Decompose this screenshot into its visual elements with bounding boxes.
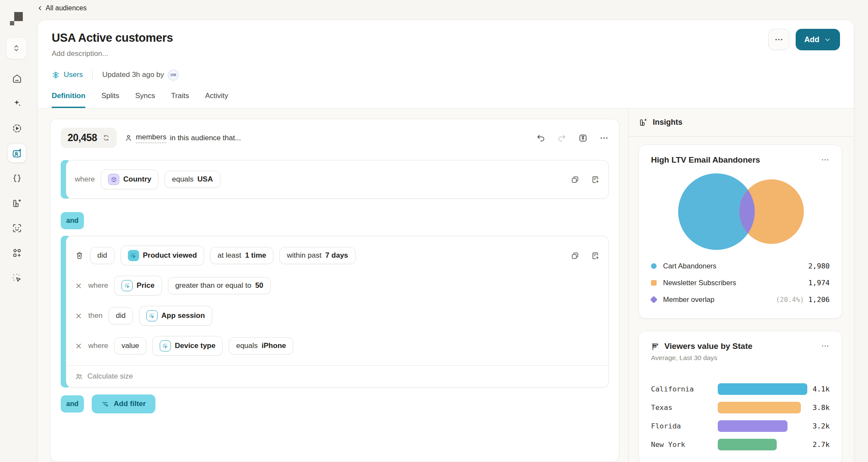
bar-chart-plus-icon	[12, 198, 22, 209]
save-as-template-button[interactable]	[591, 175, 600, 184]
bar-row: Texas3.8k	[651, 398, 830, 417]
legend-percent: (20.4%)	[776, 296, 808, 304]
event-name: Product viewed	[143, 251, 197, 260]
remove-subcondition-button[interactable]	[75, 342, 82, 350]
canvas-more-button[interactable]	[599, 133, 609, 143]
insights-body: High LTV Email Abandoners Cart Abandoner…	[629, 137, 854, 462]
bar-fill[interactable]	[718, 383, 807, 395]
sidebar-item-analytics[interactable]	[7, 194, 26, 213]
sidebar-item-activation[interactable]	[7, 268, 26, 287]
face-scan-icon	[12, 223, 22, 234]
remove-subcondition-button[interactable]	[75, 312, 82, 320]
calculate-size-button[interactable]: Calculate size	[66, 366, 608, 387]
sidebar-item-computed-traits[interactable]	[7, 169, 26, 188]
frequency-value: 1 time	[245, 251, 266, 260]
bar-fill[interactable]	[718, 439, 777, 450]
page-more-button[interactable]	[768, 29, 790, 50]
save-template-button[interactable]	[578, 133, 588, 143]
legend-label: Member overlap	[663, 296, 714, 304]
tab-definition[interactable]: Definition	[52, 92, 85, 108]
trait-pill-country[interactable]: Country	[101, 169, 158, 189]
time-window-pill[interactable]: within past 7 days	[279, 247, 355, 264]
members-dropdown[interactable]: members	[136, 133, 167, 143]
operator-pill-gte-50[interactable]: greater than or equal to 50	[168, 277, 271, 294]
cube-icon	[111, 176, 117, 183]
condition-group-1: where Country equals USA	[61, 160, 609, 199]
bar-category-label: Florida	[651, 422, 718, 430]
bar-track	[718, 420, 807, 432]
bar-fill[interactable]	[718, 402, 801, 413]
row-actions	[570, 251, 600, 260]
did-label: did	[97, 251, 107, 260]
frequency-pill[interactable]: at least 1 time	[210, 247, 273, 264]
document-plus-icon	[591, 251, 600, 260]
did-pill[interactable]: did	[108, 307, 133, 324]
avatar[interactable]: DM	[168, 70, 179, 80]
did-pill[interactable]: did	[90, 247, 115, 264]
and-connector[interactable]: and	[61, 212, 84, 229]
add-filter-button[interactable]: Add filter	[92, 394, 155, 413]
breadcrumb[interactable]: All audiences	[37, 4, 87, 12]
logo-square-small	[10, 21, 14, 25]
tab-splits[interactable]: Splits	[101, 92, 119, 108]
and-connector[interactable]: and	[61, 395, 84, 413]
copy-condition-button[interactable]	[570, 175, 580, 184]
operator-pill-equals-usa[interactable]: equals USA	[164, 171, 220, 188]
updated-text: Updated 3h ago by	[102, 71, 164, 79]
tab-bar: Definition Splits Syncs Traits Activity	[38, 92, 854, 108]
x-icon	[75, 282, 82, 290]
copy-condition-button[interactable]	[570, 251, 580, 260]
operator-pill-equals-iphone[interactable]: equals iPhone	[229, 337, 293, 354]
app-logo[interactable]	[10, 12, 24, 26]
description-placeholder[interactable]: Add description...	[52, 49, 840, 58]
refresh-count-button[interactable]	[102, 134, 110, 142]
tab-label: Traits	[171, 92, 189, 100]
add-filter-label: Add filter	[114, 400, 146, 408]
event-pill-app-session[interactable]: App session	[139, 306, 212, 326]
sidebar-item-assistant[interactable]	[7, 94, 26, 113]
save-box-icon	[578, 133, 588, 143]
cursor-sparkle-icon	[12, 273, 22, 283]
sparkle-icon	[12, 98, 22, 109]
sidebar-item-journeys[interactable]	[7, 119, 26, 138]
copy-icon	[570, 175, 580, 184]
tab-activity[interactable]: Activity	[205, 92, 228, 108]
cursor-click-icon	[130, 253, 136, 259]
copy-icon	[570, 251, 580, 260]
undo-button[interactable]	[536, 133, 546, 143]
condition-group-2: did Product viewed at least 1 time	[61, 236, 609, 388]
legend-row: Member overlap(20.4%)1,206	[651, 291, 830, 308]
save-as-template-button[interactable]	[591, 251, 600, 260]
value-pill[interactable]: value	[114, 337, 146, 354]
property-pill-device-type[interactable]: Device type	[152, 336, 223, 356]
sidebar-nav	[0, 69, 34, 293]
chevron-down-icon	[824, 36, 831, 43]
x-icon	[75, 312, 82, 320]
member-count: 20,458	[68, 132, 97, 144]
row-actions	[570, 175, 600, 184]
sidebar-item-audiences[interactable]	[7, 144, 26, 163]
sidebar-item-catalog[interactable]	[7, 243, 26, 262]
insights-title: Insights	[653, 118, 682, 127]
group-card: where Country equals USA	[66, 160, 609, 199]
cursor-click-icon	[149, 313, 155, 319]
sidebar-item-home[interactable]	[7, 69, 26, 88]
cursor-click-icon	[162, 343, 168, 349]
remove-subcondition-button[interactable]	[75, 282, 82, 290]
redo-button[interactable]	[557, 133, 567, 143]
event-pill-product-viewed[interactable]: Product viewed	[121, 246, 205, 265]
bar-card-menu-button[interactable]	[821, 342, 830, 351]
add-button[interactable]: Add	[796, 29, 840, 50]
legend-row: Newsletter Subscribers1,974	[651, 274, 830, 291]
venn-card-menu-button[interactable]	[821, 155, 830, 164]
property-pill-price[interactable]: Price	[114, 276, 162, 296]
sidebar-item-identity[interactable]	[7, 219, 26, 237]
tab-traits[interactable]: Traits	[171, 92, 189, 108]
workspace-switcher-button[interactable]	[6, 37, 27, 59]
property-name: Device type	[175, 342, 216, 350]
bar-fill[interactable]	[718, 420, 787, 432]
source-badge-users[interactable]: Users	[52, 71, 83, 79]
delete-condition-button[interactable]	[75, 251, 84, 260]
tab-syncs[interactable]: Syncs	[135, 92, 155, 108]
condition-row-device: where value Device type equals iPhone	[66, 329, 608, 359]
